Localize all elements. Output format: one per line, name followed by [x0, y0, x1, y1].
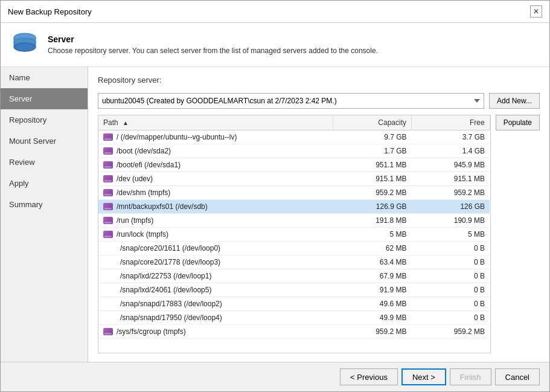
capacity-cell: 91.9 MB	[333, 283, 412, 297]
table-row[interactable]: /dev (udev)915.1 MB915.1 MB	[98, 172, 490, 186]
free-cell: 1.4 GB	[412, 144, 490, 158]
col-capacity[interactable]: Capacity	[333, 115, 412, 130]
free-cell: 0 B	[412, 311, 490, 325]
content-area: Path ▲ Capacity Free / (/dev/mapper/ubun…	[98, 115, 540, 353]
table-row[interactable]: /run/lock (tmpfs)5 MB5 MB	[98, 228, 490, 242]
path-text: /snap/lxd/22753 (/dev/loop1)	[120, 272, 211, 280]
table-row[interactable]: /dev/shm (tmpfs)959.2 MB959.2 MB	[98, 186, 490, 200]
table-row[interactable]: /snap/snapd/17883 (/dev/loop2)49.6 MB0 B	[98, 297, 490, 311]
path-text: /boot (/dev/sda2)	[117, 147, 171, 155]
free-cell: 0 B	[412, 283, 490, 297]
path-cell: /mnt/backupxfs01 (/dev/sdb)	[98, 200, 333, 214]
table-row[interactable]: /run (tmpfs)191.8 MB190.9 MB	[98, 214, 490, 228]
col-free[interactable]: Free	[412, 115, 490, 130]
table-row[interactable]: / (/dev/mapper/ubuntu--vg-ubuntu--lv)9.7…	[98, 130, 490, 144]
path-text: /snap/core20/1611 (/dev/loop0)	[120, 244, 220, 252]
free-cell: 0 B	[412, 297, 490, 311]
free-cell: 5 MB	[412, 228, 490, 242]
table-row[interactable]: /sys/fs/cgroup (tmpfs)959.2 MB959.2 MB	[98, 325, 490, 339]
path-text: /dev (udev)	[117, 175, 153, 183]
free-cell: 0 B	[412, 269, 490, 283]
free-cell: 126 GB	[412, 200, 490, 214]
free-cell: 959.2 MB	[412, 186, 490, 200]
disk-icon	[103, 147, 113, 155]
path-cell: /dev (udev)	[98, 172, 333, 186]
add-new-button[interactable]: Add New...	[489, 93, 540, 109]
table-row[interactable]: /boot (/dev/sda2)1.7 GB1.4 GB	[98, 144, 490, 158]
capacity-cell: 9.7 GB	[333, 130, 412, 144]
table-row[interactable]: /snap/lxd/24061 (/dev/loop5)91.9 MB0 B	[98, 283, 490, 297]
capacity-cell: 915.1 MB	[333, 172, 412, 186]
path-cell: /snap/snapd/17883 (/dev/loop2)	[98, 297, 333, 311]
populate-button[interactable]: Populate	[496, 115, 540, 130]
free-cell: 0 B	[412, 255, 490, 269]
capacity-cell: 49.9 MB	[333, 311, 412, 325]
header-description: Choose repository server. You can select…	[48, 47, 378, 55]
path-cell: /boot/efi (/dev/sda1)	[98, 158, 333, 172]
path-text: /snap/snapd/17883 (/dev/loop2)	[120, 300, 222, 308]
table-row[interactable]: /snap/lxd/22753 (/dev/loop1)67.9 MB0 B	[98, 269, 490, 283]
sidebar-item-name[interactable]: Name	[1, 67, 88, 88]
next-button[interactable]: Next >	[401, 368, 446, 385]
sidebar-item-apply[interactable]: Apply	[1, 173, 88, 194]
path-text: /snap/snapd/17950 (/dev/loop4)	[120, 313, 222, 322]
dialog-header: Server Choose repository server. You can…	[1, 23, 549, 67]
repo-server-select[interactable]: ubuntu20045 (Created by GOODDEALMART\csu…	[98, 93, 484, 109]
header-section-title: Server	[48, 34, 378, 44]
main-content: Repository server: ubuntu20045 (Created …	[88, 67, 549, 362]
table-area: Path ▲ Capacity Free / (/dev/mapper/ubun…	[98, 115, 491, 353]
disk-icon	[103, 203, 113, 210]
capacity-cell: 191.8 MB	[333, 214, 412, 228]
disk-icon	[103, 217, 113, 224]
capacity-cell: 1.7 GB	[333, 144, 412, 158]
table-row[interactable]: /boot/efi (/dev/sda1)951.1 MB945.9 MB	[98, 158, 490, 172]
col-path[interactable]: Path ▲	[98, 115, 333, 130]
cancel-button[interactable]: Cancel	[495, 368, 540, 385]
table-row[interactable]: /mnt/backupxfs01 (/dev/sdb)126.9 GB126 G…	[98, 200, 490, 214]
disk-icon	[103, 328, 113, 335]
sidebar-item-mount-server[interactable]: Mount Server	[1, 130, 88, 152]
path-cell: /run (tmpfs)	[98, 214, 333, 228]
path-text: / (/dev/mapper/ubuntu--vg-ubuntu--lv)	[117, 133, 237, 141]
disk-icon	[103, 231, 113, 238]
svg-point-2	[14, 43, 36, 51]
repo-server-label: Repository server:	[98, 76, 540, 85]
disk-icon	[103, 189, 113, 196]
dialog-body: NameServerRepositoryMount ServerReviewAp…	[1, 67, 549, 362]
capacity-cell: 5 MB	[333, 228, 412, 242]
path-cell: /boot (/dev/sda2)	[98, 144, 333, 158]
footer-bar: < Previous Next > Finish Cancel	[1, 362, 549, 391]
path-cell: /snap/core20/1611 (/dev/loop0)	[98, 242, 333, 255]
disk-icon	[103, 161, 113, 169]
sidebar-item-summary[interactable]: Summary	[1, 194, 88, 215]
repo-server-row: ubuntu20045 (Created by GOODDEALMART\csu…	[98, 93, 540, 109]
close-button[interactable]: ✕	[530, 5, 542, 18]
table-row[interactable]: /snap/snapd/17950 (/dev/loop4)49.9 MB0 B	[98, 311, 490, 325]
capacity-cell: 62 MB	[333, 242, 412, 255]
new-backup-repository-dialog: New Backup Repository ✕ Server Choose re…	[0, 0, 550, 392]
path-cell: /dev/shm (tmpfs)	[98, 186, 333, 200]
title-bar: New Backup Repository ✕	[1, 1, 549, 23]
capacity-cell: 126.9 GB	[333, 200, 412, 214]
capacity-cell: 67.9 MB	[333, 269, 412, 283]
dialog-title: New Backup Repository	[8, 7, 92, 16]
sidebar-item-review[interactable]: Review	[1, 152, 88, 173]
path-text: /run/lock (tmpfs)	[117, 230, 168, 239]
sidebar-item-server[interactable]: Server	[1, 88, 88, 109]
server-database-icon	[10, 30, 39, 59]
path-cell: /snap/lxd/24061 (/dev/loop5)	[98, 283, 333, 297]
sidebar-item-repository[interactable]: Repository	[1, 109, 88, 130]
sort-arrow: ▲	[123, 120, 129, 126]
path-text: /sys/fs/cgroup (tmpfs)	[117, 327, 186, 336]
capacity-cell: 959.2 MB	[333, 186, 412, 200]
free-cell: 915.1 MB	[412, 172, 490, 186]
path-text: /mnt/backupxfs01 (/dev/sdb)	[117, 202, 208, 211]
previous-button[interactable]: < Previous	[340, 368, 398, 385]
path-cell: /snap/core20/1778 (/dev/loop3)	[98, 255, 333, 269]
table-row[interactable]: /snap/core20/1611 (/dev/loop0)62 MB0 B	[98, 242, 490, 255]
free-cell: 0 B	[412, 242, 490, 255]
path-cell: /snap/lxd/22753 (/dev/loop1)	[98, 269, 333, 283]
path-cell: /run/lock (tmpfs)	[98, 228, 333, 242]
table-row[interactable]: /snap/core20/1778 (/dev/loop3)63.4 MB0 B	[98, 255, 490, 269]
right-buttons: Populate	[496, 115, 540, 353]
